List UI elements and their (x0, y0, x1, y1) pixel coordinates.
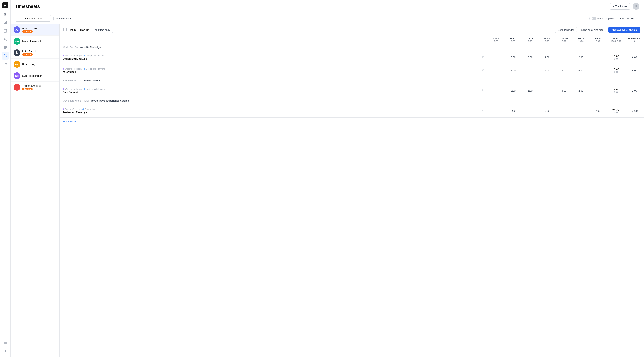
project-group-soda-pop: Soda Pop Co · Website Redesign Website R… (60, 44, 644, 77)
table-row: Website Redesign · Design and Planning D… (60, 51, 644, 64)
week-total-cell: 11:00 0:00 (606, 87, 625, 95)
project-group-header-adventure: Adventure World Travel · Tokyo Travel Ex… (60, 98, 644, 104)
blue-dot-icon (82, 108, 84, 110)
time-cell-sat[interactable] (590, 56, 606, 59)
group-by-toggle[interactable] (589, 17, 596, 20)
svg-text:SH: SH (15, 75, 19, 77)
send-reminder-button[interactable]: Send reminder (555, 27, 576, 33)
col-header-fri: Fri 11 10:00 (572, 36, 590, 44)
next-week-button[interactable]: › (45, 16, 51, 22)
delete-entry-icon[interactable]: 🗑 (480, 88, 485, 92)
purple-dot-icon (62, 108, 64, 110)
calendar-icon (63, 28, 67, 32)
time-cell-thu[interactable] (556, 109, 572, 112)
team-member-aj[interactable]: AJ Alan Johnson Overdue (10, 24, 59, 36)
time-cell-sun[interactable] (488, 69, 505, 72)
track-time-button[interactable]: + Track time (610, 3, 630, 10)
delete-entry-icon[interactable]: 🗑 (480, 68, 485, 72)
col-header-sat: Sat 12 2:00 (590, 36, 606, 44)
time-cell-fri[interactable]: 2:00 (572, 88, 590, 94)
time-cell-sat[interactable] (590, 69, 606, 72)
see-this-week-button[interactable]: See this week (54, 16, 74, 21)
delete-entry-icon[interactable]: 🗑 (480, 108, 485, 113)
time-cell-sun[interactable] (488, 109, 505, 112)
approve-button[interactable]: Approve week entries (608, 27, 640, 33)
purple-dot-icon (62, 68, 64, 70)
week-range-display: Oct 6 → Oct 12 (21, 16, 45, 22)
entry-task-name: Design and Mockups (62, 57, 479, 60)
chart-icon[interactable] (2, 19, 9, 26)
prev-week-button[interactable]: ‹ (15, 16, 21, 22)
book-icon[interactable] (2, 27, 9, 35)
svg-rect-1 (5, 22, 6, 24)
avatar-aj: AJ (14, 26, 20, 33)
week-total-cell: 15:00 0:00 (606, 66, 625, 75)
col-header-sun: Sun 6 0:00 (488, 36, 505, 44)
settings-icon[interactable] (2, 347, 9, 355)
time-cell-mon[interactable]: 2:00 (505, 54, 522, 60)
svg-point-18 (635, 5, 637, 7)
time-cell-fri[interactable]: 6:00 (572, 68, 590, 74)
time-cell-tue[interactable]: 8:00 (522, 54, 538, 60)
sub-header: ‹ Oct 6 → Oct 12 › See this week Group b… (10, 13, 644, 24)
nav-sidebar: ▶ ⊞ (0, 0, 10, 357)
time-cell-mon[interactable]: 2:00 (505, 108, 522, 114)
time-cell-thu[interactable]: 3:00 (556, 68, 572, 74)
time-cell-thu[interactable]: 6:00 (556, 88, 572, 94)
time-cell-wed[interactable]: 4:00 (538, 68, 556, 74)
entry-task-name: Wireframes (62, 71, 479, 73)
time-cell-tue[interactable] (522, 109, 538, 112)
time-cell-mon[interactable]: 2:00 (505, 88, 522, 94)
add-hours-button[interactable]: + Add hours (63, 120, 76, 123)
entry-breadcrumb: Catalog Creation · Copywriting (62, 108, 479, 110)
time-cell-wed[interactable]: 0:30 (538, 108, 556, 114)
person-icon[interactable] (2, 36, 9, 43)
svg-rect-27 (64, 28, 67, 31)
send-back-button[interactable]: Send back with note (579, 27, 606, 33)
user-avatar[interactable] (633, 3, 640, 10)
time-cell-sat[interactable] (590, 89, 606, 92)
col-header-week: Week 46:30 0:00 (606, 36, 625, 44)
users-icon[interactable] (2, 60, 9, 68)
status-filter-dropdown[interactable]: Unsubmitted ∨ (618, 16, 640, 21)
week-total-cell: 16:00 0:00 (606, 53, 625, 62)
time-cell-thu[interactable] (556, 56, 572, 59)
table-row: Website Redesign · Post-Launch Support T… (60, 84, 644, 97)
svg-rect-0 (4, 23, 4, 24)
time-cell-sun[interactable] (488, 89, 505, 92)
time-cell-tue[interactable] (522, 69, 538, 72)
time-cell-wed[interactable]: 4:00 (538, 54, 556, 60)
week-navigator: ‹ Oct 6 → Oct 12 › (15, 15, 51, 22)
member-name-ta: Thomas Anders (22, 84, 56, 87)
ts-week-range: Oct 6 → Oct 12 (63, 28, 89, 32)
delete-entry-icon[interactable]: 🗑 (480, 55, 485, 59)
team-member-sh[interactable]: SH Sven Haddington (10, 70, 59, 82)
menu-icon[interactable] (2, 339, 9, 346)
app-logo: ▶ (2, 2, 8, 8)
time-cell-tue[interactable]: 1:00 (522, 88, 538, 94)
clock-icon[interactable] (2, 52, 9, 60)
time-cell-sat[interactable]: 2:00 (590, 108, 606, 114)
time-cell-fri[interactable]: 2:00 (572, 54, 590, 60)
non-billable-cell: 02:30 (625, 108, 644, 114)
list-icon[interactable] (2, 44, 9, 51)
col-header-wed: Wed 9 8:30 (538, 36, 556, 44)
col-header-thu: Thu 10 9:00 (556, 36, 572, 44)
avatar-sh: SH (14, 72, 20, 79)
team-member-mh[interactable]: MH Mark Hammond (10, 36, 59, 47)
team-member-rk[interactable]: RK Reina King (10, 59, 59, 70)
blue-dot-icon (84, 55, 85, 56)
time-cell-sun[interactable] (488, 56, 505, 59)
member-name-sh: Sven Haddington (22, 74, 56, 77)
team-member-lp[interactable]: L Luke Patrick Overdue (10, 47, 59, 59)
time-cell-fri[interactable] (572, 109, 590, 112)
avatar-lp: L (14, 49, 20, 56)
team-member-ta[interactable]: T Thomas Anders Overdue (10, 82, 59, 93)
time-cell-mon[interactable]: 2:00 (505, 68, 522, 74)
home-icon[interactable]: ⊞ (2, 11, 9, 18)
add-time-entry-button[interactable]: Add time entry (92, 27, 113, 33)
member-name-mh: Mark Hammond (22, 40, 56, 43)
blue-dot-icon (84, 68, 85, 70)
time-cell-wed[interactable] (538, 89, 556, 92)
table-row: Website Redesign · Design and Planning W… (60, 64, 644, 77)
